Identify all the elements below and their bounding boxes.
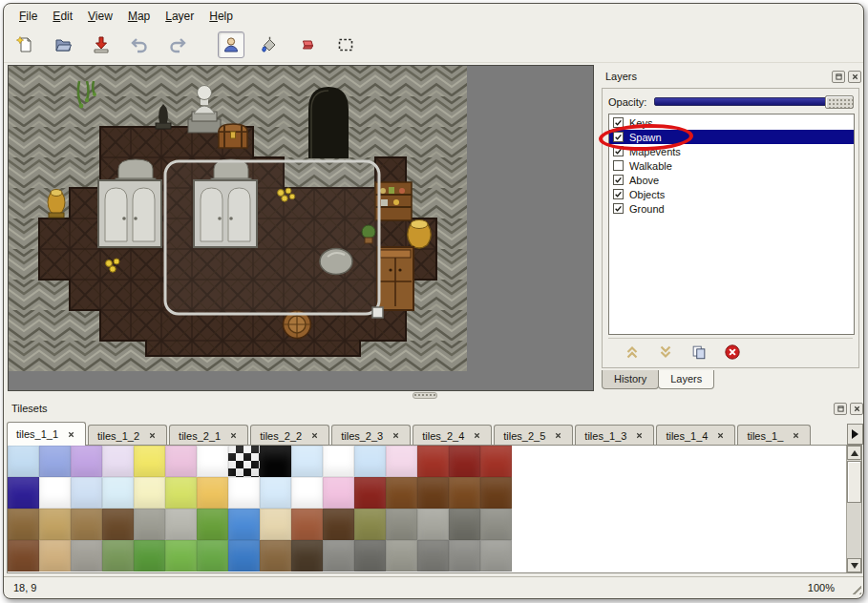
layer-row-ground[interactable]: Ground: [609, 201, 854, 216]
tileset-tile-1-7[interactable]: [228, 477, 260, 509]
tab-close-icon[interactable]: [391, 430, 401, 441]
selection-rectangle[interactable]: [165, 161, 379, 314]
tileset-tile-3-0[interactable]: [8, 540, 39, 572]
tileset-scrollbar[interactable]: [846, 446, 861, 572]
tileset-tile-3-14[interactable]: [449, 540, 480, 572]
splitter-handle[interactable]: [413, 392, 437, 399]
tileset-tab-tiles_1_3[interactable]: tiles_1_3: [575, 425, 654, 446]
tileset-tile-3-2[interactable]: [71, 540, 102, 572]
scroll-up-button[interactable]: [847, 446, 861, 460]
tileset-tile-2-2[interactable]: [71, 509, 102, 540]
tileset-tile-1-12[interactable]: [386, 477, 417, 509]
menu-item-layer[interactable]: Layer: [158, 7, 201, 26]
tileset-tile-3-10[interactable]: [323, 540, 354, 572]
tileset-tile-0-13[interactable]: [417, 446, 449, 477]
tileset-tile-2-15[interactable]: [480, 509, 512, 540]
tileset-tile-0-10[interactable]: [323, 446, 354, 477]
tileset-tile-3-7[interactable]: [228, 540, 260, 572]
resize-grip[interactable]: [849, 582, 861, 594]
tileset-tile-3-12[interactable]: [386, 540, 417, 572]
move-down-button[interactable]: [655, 342, 676, 363]
tileset-tile-0-2[interactable]: [71, 446, 102, 477]
tileset-tile-2-10[interactable]: [323, 509, 354, 540]
tileset-tab-tiles_2_5[interactable]: tiles_2_5: [494, 425, 573, 446]
layer-row-above[interactable]: Above: [609, 173, 854, 187]
map-viewport[interactable]: [8, 65, 594, 391]
layer-row-objects[interactable]: Objects: [609, 187, 854, 201]
tileset-tile-3-4[interactable]: [134, 540, 165, 572]
tileset-tile-2-14[interactable]: [449, 509, 480, 540]
tileset-tile-2-4[interactable]: [134, 509, 165, 540]
save-button[interactable]: [88, 31, 115, 58]
eraser-tool-button[interactable]: [294, 31, 321, 58]
panel-tab-history[interactable]: History: [602, 370, 659, 389]
horizontal-splitter[interactable]: [8, 391, 863, 399]
tileset-tile-1-15[interactable]: [480, 477, 512, 509]
tileset-tab-tiles_1_1[interactable]: tiles_1_1: [7, 422, 86, 446]
tileset-tile-0-8[interactable]: [260, 446, 291, 477]
tileset-tile-3-3[interactable]: [102, 540, 134, 572]
tileset-tile-3-9[interactable]: [291, 540, 323, 572]
tileset-tile-3-11[interactable]: [354, 540, 386, 572]
opacity-slider-handle[interactable]: [825, 95, 854, 109]
layer-checkbox-objects[interactable]: [613, 189, 624, 199]
menu-item-help[interactable]: Help: [201, 7, 241, 26]
tileset-tile-2-12[interactable]: [386, 509, 417, 540]
tileset-tile-1-5[interactable]: [165, 477, 197, 509]
duplicate-button[interactable]: [688, 342, 709, 363]
tileset-tile-2-6[interactable]: [197, 509, 228, 540]
tileset-tile-2-7[interactable]: [228, 509, 260, 540]
selection-resize-handle[interactable]: [372, 307, 383, 318]
layer-checkbox-mapevents[interactable]: [613, 146, 624, 156]
tab-close-icon[interactable]: [715, 430, 726, 441]
tileset-tile-3-6[interactable]: [197, 540, 228, 572]
layer-checkbox-above[interactable]: [613, 175, 624, 185]
tileset-tile-2-11[interactable]: [354, 509, 386, 540]
tileset-tile-1-1[interactable]: [39, 477, 71, 509]
tilesets-float-button[interactable]: [834, 403, 847, 415]
tileset-tab-tiles_2_1[interactable]: tiles_2_1: [169, 425, 248, 446]
tileset-tile-0-14[interactable]: [449, 446, 480, 477]
tab-close-icon[interactable]: [147, 430, 158, 441]
tileset-tile-0-11[interactable]: [354, 446, 386, 477]
tileset-tile-1-6[interactable]: [197, 477, 228, 509]
menu-item-edit[interactable]: Edit: [45, 7, 80, 26]
layer-row-spawn[interactable]: Spawn: [609, 130, 854, 144]
tileset-tile-3-8[interactable]: [260, 540, 291, 572]
open-button[interactable]: [50, 31, 76, 58]
tileset-tile-1-0[interactable]: [8, 477, 39, 509]
layer-row-keys[interactable]: Keys: [609, 115, 854, 130]
tab-close-icon[interactable]: [228, 430, 239, 441]
panel-tab-layers[interactable]: Layers: [658, 370, 714, 389]
tileset-tile-0-12[interactable]: [386, 446, 417, 477]
scroll-down-button[interactable]: [847, 558, 861, 572]
tileset-tab-tiles_2_2[interactable]: tiles_2_2: [250, 425, 329, 446]
layer-checkbox-ground[interactable]: [613, 203, 624, 214]
tileset-tab-tiles_2_4[interactable]: tiles_2_4: [413, 425, 492, 446]
layers-float-button[interactable]: [832, 71, 845, 83]
layer-row-mapevents[interactable]: Mapevents: [609, 144, 854, 158]
opacity-slider-track[interactable]: [654, 97, 853, 106]
tileset-view[interactable]: [7, 445, 862, 573]
tileset-tile-0-0[interactable]: [8, 446, 39, 477]
tileset-tile-2-5[interactable]: [165, 509, 197, 540]
scrollbar-thumb[interactable]: [847, 461, 861, 503]
tileset-tile-1-4[interactable]: [134, 477, 165, 509]
tileset-tile-0-4[interactable]: [134, 446, 165, 477]
tileset-tile-1-11[interactable]: [354, 477, 386, 509]
tileset-tile-1-13[interactable]: [417, 477, 449, 509]
tileset-tile-1-8[interactable]: [260, 477, 291, 509]
tileset-tile-0-6[interactable]: [197, 446, 228, 477]
tileset-tile-2-0[interactable]: [8, 509, 39, 540]
opacity-slider[interactable]: [654, 95, 853, 109]
menu-item-map[interactable]: Map: [120, 7, 158, 26]
tileset-tile-0-1[interactable]: [39, 446, 71, 477]
tile-palette[interactable]: [8, 446, 512, 572]
select-tool-button[interactable]: [332, 31, 359, 58]
tileset-tile-1-2[interactable]: [71, 477, 102, 509]
delete-button[interactable]: [722, 342, 743, 363]
layer-row-walkable[interactable]: Walkable: [609, 158, 854, 173]
tilesets-close-button[interactable]: [850, 403, 863, 415]
tileset-tab-tiles_2_3[interactable]: tiles_2_3: [331, 425, 411, 446]
tileset-tile-2-1[interactable]: [39, 509, 71, 540]
